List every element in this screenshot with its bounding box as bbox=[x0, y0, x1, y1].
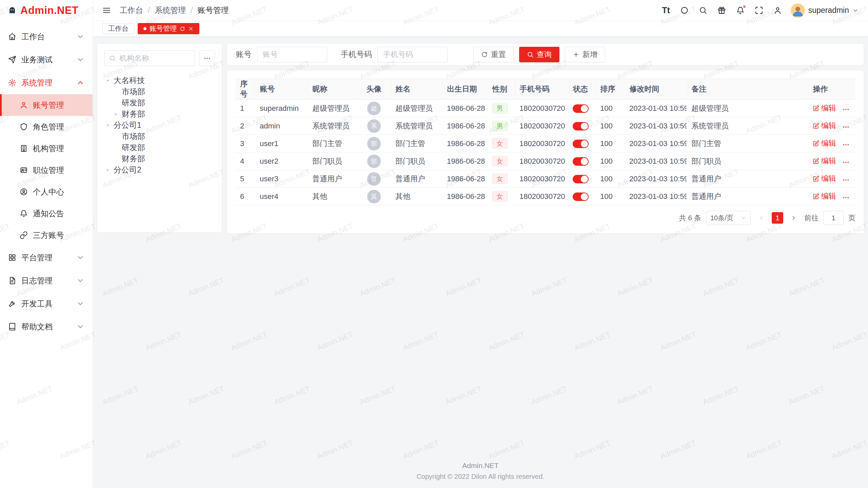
breadcrumb-item[interactable]: 系统管理 bbox=[155, 5, 186, 16]
tree-node[interactable]: 研发部 bbox=[104, 142, 215, 153]
edit-button[interactable]: 编辑 bbox=[813, 174, 836, 184]
sidebar-item[interactable]: 平台管理 bbox=[0, 246, 93, 269]
goto-page-input[interactable] bbox=[823, 211, 844, 225]
sidebar-item[interactable]: 工作台 bbox=[0, 25, 93, 48]
sidebar-subitem-label: 机构管理 bbox=[33, 143, 64, 154]
page-size-select[interactable]: 10条/页 bbox=[706, 211, 751, 225]
tab-active-dot bbox=[143, 27, 146, 30]
table-body: 1superadmin超级管理员超超级管理员1986-06-28男1802003… bbox=[235, 100, 855, 205]
tree-more-button[interactable] bbox=[199, 50, 215, 66]
theme-icon[interactable] bbox=[680, 6, 689, 15]
sidebar-item[interactable]: 业务测试 bbox=[0, 48, 93, 71]
fullscreen-icon[interactable] bbox=[755, 6, 763, 15]
tree-node[interactable]: 研发部 bbox=[104, 97, 215, 108]
tree-caret-placeholder bbox=[112, 144, 120, 151]
sidebar-subitem[interactable]: 通知公告 bbox=[0, 203, 93, 224]
accounts-table-card: 序号账号昵称头像姓名出生日期性别手机号码状态排序修改时间备注操作 1supera… bbox=[227, 70, 864, 233]
user-icon[interactable] bbox=[773, 6, 782, 15]
account-label: 账号 bbox=[236, 49, 252, 60]
sidebar-subitem[interactable]: 机构管理 bbox=[0, 138, 93, 159]
status-toggle[interactable] bbox=[573, 122, 589, 130]
breadcrumb-separator: / bbox=[191, 6, 193, 15]
cell-account: superadmin bbox=[255, 100, 308, 117]
breadcrumb-item[interactable]: 工作台 bbox=[120, 5, 143, 16]
more-actions-button[interactable] bbox=[842, 123, 850, 131]
tab-close-icon[interactable] bbox=[188, 26, 194, 32]
tree-caret-icon[interactable] bbox=[104, 122, 112, 129]
tree-caret-icon[interactable] bbox=[104, 77, 112, 84]
status-toggle[interactable] bbox=[573, 104, 589, 113]
add-button[interactable]: 新增 bbox=[565, 47, 605, 62]
cell-phone: 18020030720 bbox=[515, 152, 566, 170]
tree-caret-icon[interactable] bbox=[104, 166, 112, 174]
tree-node[interactable]: 市场部 bbox=[104, 86, 215, 97]
cell-remark: 普通用户 bbox=[687, 170, 808, 188]
prev-page-button[interactable] bbox=[755, 212, 767, 224]
tree-caret-icon[interactable] bbox=[112, 110, 120, 118]
more-actions-button[interactable] bbox=[842, 176, 850, 184]
cell-account: user1 bbox=[255, 135, 308, 152]
edit-label: 编辑 bbox=[821, 103, 836, 113]
cell-name: 其他 bbox=[391, 188, 442, 205]
search-icon[interactable] bbox=[699, 6, 707, 15]
hamburger-icon[interactable] bbox=[102, 6, 111, 15]
column-header: 昵称 bbox=[308, 79, 357, 100]
table-row: 2admin系统管理员系系统管理员1986-06-28男180200307201… bbox=[235, 117, 855, 135]
sidebar-subitem[interactable]: 三方账号 bbox=[0, 224, 93, 246]
bell-icon[interactable] bbox=[736, 6, 745, 15]
next-page-button[interactable] bbox=[788, 212, 800, 224]
page-number-button[interactable]: 1 bbox=[772, 212, 783, 224]
tab-account-management[interactable]: 账号管理 bbox=[138, 23, 199, 34]
search-icon bbox=[109, 55, 116, 62]
sidebar-item[interactable]: 系统管理 bbox=[0, 71, 93, 94]
tree-node[interactable]: 大名科技 bbox=[104, 75, 215, 86]
sidebar-subitem[interactable]: 职位管理 bbox=[0, 159, 93, 181]
tab-workbench[interactable]: 工作台 bbox=[102, 23, 134, 34]
edit-button[interactable]: 编辑 bbox=[813, 138, 836, 148]
status-toggle[interactable] bbox=[573, 157, 589, 166]
status-toggle[interactable] bbox=[573, 140, 589, 148]
sidebar-subitem[interactable]: 角色管理 bbox=[0, 116, 93, 138]
app-root: Admin.NET 工作台业务测试系统管理账号管理角色管理机构管理职位管理个人中… bbox=[0, 0, 868, 488]
tree-caret-placeholder bbox=[112, 88, 120, 96]
more-actions-button[interactable] bbox=[842, 159, 850, 166]
sidebar-item[interactable]: 帮助文档 bbox=[0, 315, 93, 338]
tree-node[interactable]: 财务部 bbox=[104, 108, 215, 120]
cell-remark: 部门职员 bbox=[687, 152, 808, 170]
user-menu[interactable]: superadmin bbox=[791, 3, 859, 18]
status-toggle[interactable] bbox=[573, 192, 589, 201]
status-toggle[interactable] bbox=[573, 175, 589, 183]
font-size-icon[interactable]: Tt bbox=[662, 5, 670, 15]
gift-icon[interactable] bbox=[717, 6, 726, 15]
phone-input[interactable] bbox=[377, 47, 448, 62]
tab-refresh-icon[interactable] bbox=[180, 26, 185, 32]
tree-node[interactable]: 分公司1 bbox=[104, 120, 215, 131]
reset-button[interactable]: 重置 bbox=[473, 47, 514, 62]
cell-index: 1 bbox=[235, 100, 255, 117]
sidebar-item[interactable]: 开发工具 bbox=[0, 292, 93, 315]
tree-node[interactable]: 财务部 bbox=[104, 153, 215, 164]
more-actions-button[interactable] bbox=[842, 194, 850, 201]
more-actions-button[interactable] bbox=[842, 141, 850, 148]
edit-button[interactable]: 编辑 bbox=[813, 103, 836, 113]
tree-node[interactable]: 市场部 bbox=[104, 131, 215, 142]
tree-caret-placeholder bbox=[112, 155, 120, 163]
search-button[interactable]: 查询 bbox=[519, 47, 559, 62]
edit-button[interactable]: 编辑 bbox=[813, 191, 836, 201]
edit-label: 编辑 bbox=[821, 191, 836, 201]
sidebar-item-label: 日志管理 bbox=[21, 276, 53, 286]
cell-sort: 100 bbox=[595, 170, 625, 188]
org-search-input[interactable] bbox=[119, 54, 190, 63]
logo[interactable]: Admin.NET bbox=[0, 0, 93, 21]
cell-modified: 2023-01-03 10:59:44 bbox=[625, 152, 687, 170]
edit-button[interactable]: 编辑 bbox=[813, 156, 836, 166]
sidebar-subitem[interactable]: 账号管理 bbox=[0, 94, 93, 116]
cell-birthday: 1986-06-28 bbox=[442, 152, 485, 170]
account-input[interactable] bbox=[257, 47, 327, 62]
sidebar-subitem[interactable]: 个人中心 bbox=[0, 181, 93, 203]
avatar: 其 bbox=[367, 190, 381, 203]
edit-button[interactable]: 编辑 bbox=[813, 121, 836, 131]
sidebar-item[interactable]: 日志管理 bbox=[0, 269, 93, 292]
more-actions-button[interactable] bbox=[842, 106, 850, 113]
tree-node[interactable]: 分公司2 bbox=[104, 164, 215, 176]
